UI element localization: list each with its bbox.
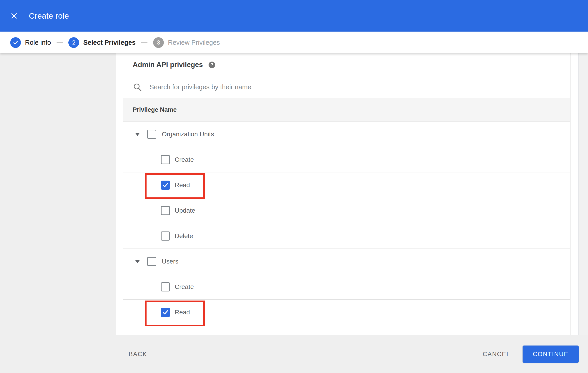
step-label: Role info [25,39,51,46]
privileges-panel: Admin API privileges ? Privilege Name Or… [123,53,570,335]
dialog-title: Create role [29,11,69,21]
privilege-label: Update [175,207,195,214]
close-icon[interactable] [10,12,18,20]
section-header: Admin API privileges ? [123,53,570,76]
table-header: Privilege Name [123,98,570,122]
privilege-row-users: Users [123,249,570,274]
privilege-row-update: Update [123,198,570,223]
privilege-checkbox[interactable] [161,206,170,215]
privilege-label: Create [175,156,194,163]
privilege-label: Organization Units [162,131,214,138]
step-label: Select Privileges [83,39,136,46]
step-number-badge: 3 [153,37,164,48]
privilege-search-bar [123,76,570,98]
scrollbar-track[interactable] [578,53,588,335]
privilege-label: Read [175,309,190,316]
dialog-header: Create role [0,0,588,31]
privilege-row-read: Read [123,300,570,325]
privilege-checkbox[interactable] [161,308,170,317]
privilege-checkbox[interactable] [161,231,170,240]
privilege-checkbox[interactable] [147,257,156,266]
step-connector [141,42,147,43]
privilege-row-delete: Delete [123,223,570,249]
section-title: Admin API privileges [133,61,203,69]
privilege-rows: Organization Units Create Read Update [123,122,570,325]
privilege-row-organization-units: Organization Units [123,122,570,147]
search-icon [133,83,142,92]
step-select-privileges[interactable]: 2 Select Privileges [68,37,136,48]
privilege-row-create: Create [123,274,570,300]
privilege-row-read: Read [123,172,570,198]
privilege-row-create: Create [123,147,570,172]
privilege-checkbox[interactable] [161,181,170,190]
privilege-label: Read [175,182,190,189]
search-input[interactable] [149,83,490,91]
cancel-button[interactable]: CANCEL [479,348,514,360]
continue-button[interactable]: CONTINUE [523,345,579,363]
dialog-footer: BACK CANCEL CONTINUE [0,335,588,373]
step-number-badge: 2 [68,37,79,48]
back-button[interactable]: BACK [126,348,150,360]
collapse-arrow-icon[interactable] [135,260,140,263]
privilege-label: Users [162,258,178,265]
step-label: Review Privileges [168,39,220,46]
left-panel [0,53,116,335]
privilege-checkbox[interactable] [161,155,170,164]
column-header-label: Privilege Name [133,106,177,113]
step-role-info[interactable]: Role info [10,37,51,48]
stepper: Role info 2 Select Privileges 3 Review P… [0,31,588,53]
privilege-label: Create [175,283,194,290]
dialog-body: Admin API privileges ? Privilege Name Or… [0,53,588,335]
collapse-arrow-icon[interactable] [135,133,140,136]
step-review-privileges: 3 Review Privileges [153,37,220,48]
help-icon[interactable]: ? [209,62,215,68]
privilege-label: Delete [175,232,193,240]
step-completed-check-icon [10,37,21,48]
privilege-checkbox[interactable] [161,282,170,291]
privilege-checkbox[interactable] [147,130,156,139]
step-connector [57,42,63,43]
